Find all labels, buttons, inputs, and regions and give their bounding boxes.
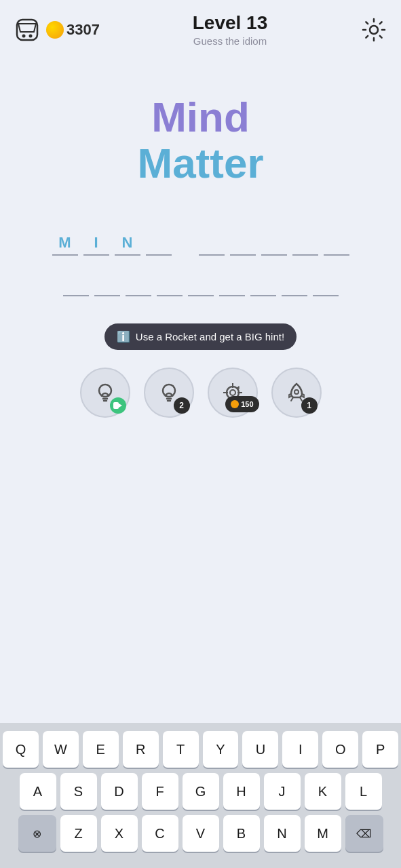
letter-slot: _ [313,268,339,296]
powerup-video-hint[interactable] [80,368,130,418]
coin-icon [46,21,64,39]
svg-rect-5 [113,402,119,409]
svg-marker-6 [119,403,122,408]
hint-count-badge: 2 [174,397,190,414]
key-g[interactable]: G [183,773,219,810]
key-j[interactable]: J [264,773,301,810]
key-f[interactable]: F [142,773,178,810]
letter-slot: _ [199,227,225,256]
key-backspace[interactable]: ⌫ [345,815,383,852]
svg-point-7 [163,384,175,397]
key-o[interactable]: O [322,731,358,768]
letter-slot: N [115,227,140,256]
answer-row-2: _ _ _ _ _ _ _ _ _ [63,268,339,296]
powerup-hint[interactable]: 2 [144,368,194,418]
level-title: Level 13 [100,12,360,34]
key-e[interactable]: E [83,731,119,768]
letter-slot: _ [63,268,89,296]
key-u[interactable]: U [242,731,278,768]
idiom-display: Mind Matter [137,94,263,186]
keyboard-row-2: A S D F G H J K L [3,773,398,810]
letter-slot: _ [230,227,256,256]
video-badge [110,397,126,414]
letter-slot: _ [146,227,172,256]
hint-tooltip: ℹ️ Use a Rocket and get a BIG hint! [104,323,297,350]
idiom-line1: Mind [137,94,263,140]
svg-point-9 [230,390,235,395]
idiom-line2: Matter [137,140,263,186]
answer-area: M I N _ _ _ _ _ _ _ _ _ _ _ _ _ _ _ [14,227,387,296]
powerups-row: 2 150 [14,361,387,422]
shop-button[interactable] [14,16,41,43]
key-c[interactable]: C [142,815,178,852]
letter-slot: _ [324,227,349,256]
keyboard: Q W E R T Y U I O P A S D F G H J K L ⊗ … [0,723,401,868]
key-t[interactable]: T [163,731,199,768]
letter-slot: M [52,227,78,256]
cost-badge: 150 [225,396,259,412]
answer-row-1: M I N _ _ _ _ _ _ [52,227,349,256]
key-w[interactable]: W [43,731,79,768]
keyboard-row-3: ⊗ Z X C V B N M ⌫ [3,815,398,852]
letter-slot: _ [292,227,318,256]
powerup-reveal[interactable]: 150 [208,368,258,418]
coin-count: 3307 [66,21,100,39]
info-icon: ℹ️ [117,330,130,343]
key-q[interactable]: Q [3,731,39,768]
key-d[interactable]: D [101,773,138,810]
key-m[interactable]: M [305,815,341,852]
key-n[interactable]: N [264,815,301,852]
key-i[interactable]: I [282,731,318,768]
key-b[interactable]: B [223,815,260,852]
header-center: Level 13 Guess the idiom [100,12,360,47]
settings-button[interactable] [360,16,387,43]
key-k[interactable]: K [305,773,341,810]
letter-slot: _ [219,268,245,296]
letter-slot: _ [126,268,151,296]
rocket-count-badge: 1 [301,397,318,414]
letter-slot: I [83,227,109,256]
key-z[interactable]: Z [60,815,97,852]
svg-point-4 [99,384,111,397]
powerup-rocket[interactable]: 1 [271,368,322,418]
svg-point-3 [370,26,378,34]
letter-slot: _ [261,227,287,256]
header: 3307 Level 13 Guess the idiom [0,0,401,54]
key-y[interactable]: Y [203,731,239,768]
key-v[interactable]: V [183,815,219,852]
letter-slot: _ [94,268,120,296]
letter-slot: _ [282,268,307,296]
svg-point-2 [29,34,33,37]
coin-group: 3307 [46,21,100,39]
hint-text: Use a Rocket and get a BIG hint! [136,331,284,342]
key-h[interactable]: H [223,773,260,810]
header-left: 3307 [14,16,100,43]
key-a[interactable]: A [20,773,56,810]
letter-slot: _ [188,268,214,296]
svg-point-1 [22,34,26,37]
key-r[interactable]: R [123,731,159,768]
key-p[interactable]: P [362,731,398,768]
key-clear[interactable]: ⊗ [18,815,56,852]
key-x[interactable]: X [101,815,138,852]
key-s[interactable]: S [60,773,97,810]
key-l[interactable]: L [345,773,382,810]
keyboard-row-1: Q W E R T Y U I O P [3,731,398,768]
main-content: Mind Matter M I N _ _ _ _ _ _ _ _ _ _ _ … [0,54,401,578]
letter-slot: _ [157,268,183,296]
svg-point-14 [294,390,299,394]
letter-slot: _ [250,268,276,296]
level-subtitle: Guess the idiom [100,35,360,47]
